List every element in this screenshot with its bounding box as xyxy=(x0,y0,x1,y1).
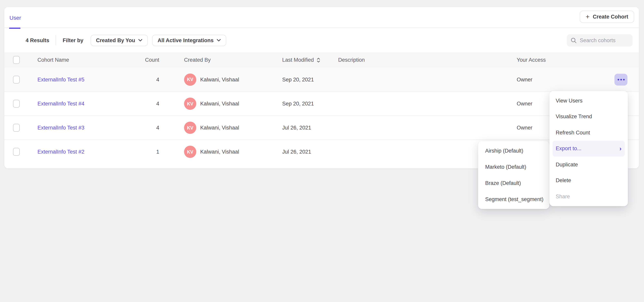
last-modified-label: Last Modified xyxy=(282,57,314,63)
avatar: KV xyxy=(184,98,196,110)
menu-item-export-to-label: Export to... xyxy=(556,146,582,152)
last-modified-cell: Jul 26, 2021 xyxy=(282,149,311,155)
table-row: ExternalInfo Test #5 4 KV Kalwani, Visha… xyxy=(4,68,639,92)
table-row: ExternalInfo Test #3 4 KV Kalwani, Visha… xyxy=(4,116,639,140)
your-access-cell: Owner xyxy=(517,76,532,82)
row-checkbox[interactable] xyxy=(13,148,20,156)
column-header-last-modified[interactable]: Last Modified xyxy=(282,57,320,63)
cohort-count: 4 xyxy=(122,101,159,107)
column-header-cohort-name: Cohort Name xyxy=(38,57,69,63)
column-header-description: Description xyxy=(338,57,365,63)
last-modified-cell: Jul 26, 2021 xyxy=(282,125,311,131)
avatar: KV xyxy=(184,146,196,158)
menu-item-delete[interactable]: Delete xyxy=(550,172,628,188)
created-by-name: Kalwani, Vishaal xyxy=(200,125,239,131)
checkbox-icon xyxy=(13,148,20,156)
plus-icon: + xyxy=(586,13,590,20)
checkbox-icon xyxy=(13,56,20,64)
created-by-name: Kalwani, Vishaal xyxy=(200,149,239,155)
create-cohort-button[interactable]: + Create Cohort xyxy=(580,11,634,23)
table-row: ExternalInfo Test #4 4 KV Kalwani, Visha… xyxy=(4,92,639,116)
last-modified-cell: Sep 20, 2021 xyxy=(282,101,314,107)
created-by-name: Kalwani, Vishaal xyxy=(200,101,239,107)
chevron-down-icon xyxy=(138,39,142,42)
menu-item-duplicate[interactable]: Duplicate xyxy=(550,156,628,172)
cohort-name-link[interactable]: ExternalInfo Test #2 xyxy=(38,149,84,155)
created-by-filter-dropdown[interactable]: Created By You xyxy=(90,34,148,46)
created-by-cell: KV Kalwani, Vishaal xyxy=(184,146,239,158)
integrations-filter-dropdown[interactable]: All Active Integrations xyxy=(152,34,226,46)
menu-item-share: Share xyxy=(550,188,628,204)
created-by-cell: KV Kalwani, Vishaal xyxy=(184,73,239,86)
cohort-count: 4 xyxy=(122,76,159,82)
column-header-your-access: Your Access xyxy=(517,57,546,63)
cohort-name-link[interactable]: ExternalInfo Test #4 xyxy=(38,101,84,107)
create-cohort-label: Create Cohort xyxy=(593,14,628,20)
menu-item-export-to[interactable]: Export to... › xyxy=(552,140,625,156)
menu-item-visualize-trend[interactable]: Visualize Trend xyxy=(550,108,628,124)
context-menu: View Users Visualize Trend Refresh Count… xyxy=(550,91,628,206)
search-input[interactable] xyxy=(580,37,629,43)
row-actions-ellipsis-button[interactable] xyxy=(614,74,628,85)
select-all-checkbox[interactable] xyxy=(13,56,20,64)
cohort-count: 1 xyxy=(122,149,159,155)
checkbox-icon xyxy=(13,100,20,108)
search-box[interactable] xyxy=(567,34,632,46)
row-actions xyxy=(614,74,628,85)
sort-icon xyxy=(317,58,320,62)
cohort-name-link[interactable]: ExternalInfo Test #5 xyxy=(38,76,84,82)
row-checkbox[interactable] xyxy=(13,100,20,108)
your-access-cell: Owner xyxy=(517,125,532,131)
row-checkbox[interactable] xyxy=(13,76,20,84)
created-by-filter-value: Created By You xyxy=(96,37,135,43)
integrations-filter-value: All Active Integrations xyxy=(158,37,214,43)
row-checkbox[interactable] xyxy=(13,124,20,132)
last-modified-cell: Sep 20, 2021 xyxy=(282,76,314,82)
table-header-row: Cohort Name Count Created By Last Modifi… xyxy=(4,52,639,68)
checkbox-icon xyxy=(13,124,20,132)
search-icon xyxy=(571,37,576,43)
column-header-count: Count xyxy=(122,57,159,63)
cohort-count: 4 xyxy=(122,125,159,131)
created-by-cell: KV Kalwani, Vishaal xyxy=(184,98,239,110)
tab-bar: User + Create Cohort xyxy=(4,7,639,28)
submenu-item-airship[interactable]: Airship (Default) xyxy=(478,143,550,159)
created-by-name: Kalwani, Vishaal xyxy=(200,76,239,82)
filter-by-label: Filter by xyxy=(63,37,83,43)
avatar: KV xyxy=(184,73,196,86)
submenu-arrow-icon: › xyxy=(619,146,622,152)
tab-user[interactable]: User xyxy=(10,7,21,28)
cohorts-page: User + Create Cohort 4 Results Filter by… xyxy=(0,0,644,302)
chevron-down-icon xyxy=(217,39,221,42)
submenu-item-marketo[interactable]: Marketo (Default) xyxy=(478,159,550,175)
column-header-created-by: Created By xyxy=(184,57,211,63)
submenu-item-braze[interactable]: Braze (Default) xyxy=(478,175,550,191)
toolbar-divider xyxy=(56,35,56,45)
avatar: KV xyxy=(184,122,196,134)
results-count: 4 Results xyxy=(26,37,49,43)
your-access-cell: Owner xyxy=(517,101,532,107)
checkbox-icon xyxy=(13,76,20,84)
menu-item-view-users[interactable]: View Users xyxy=(550,93,628,108)
export-submenu: Airship (Default) Marketo (Default) Braz… xyxy=(478,141,550,209)
submenu-item-segment[interactable]: Segment (test_segment) xyxy=(478,191,550,208)
tab-user-label: User xyxy=(10,14,21,21)
filter-toolbar: 4 Results Filter by Created By You All A… xyxy=(4,28,639,52)
menu-item-refresh-count[interactable]: Refresh Count xyxy=(550,124,628,140)
created-by-cell: KV Kalwani, Vishaal xyxy=(184,122,239,134)
cohort-name-link[interactable]: ExternalInfo Test #3 xyxy=(38,125,84,131)
